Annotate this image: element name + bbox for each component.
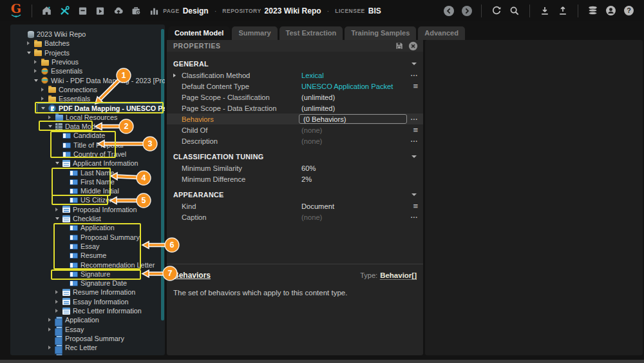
page-value[interactable]: Design <box>183 6 209 15</box>
tree-item-last-name[interactable]: Last Name <box>10 168 165 177</box>
database-icon[interactable] <box>585 3 601 19</box>
home-icon[interactable] <box>39 3 55 19</box>
jobs-clock-icon[interactable] <box>129 3 144 19</box>
tree-item-resume[interactable]: Resume <box>10 251 165 260</box>
tab-summary[interactable]: Summary <box>232 26 277 40</box>
tree-item-proposal-information[interactable]: Proposal Information <box>10 205 165 214</box>
tree-item-2023-wiki-repo[interactable]: 2023 Wiki Repo <box>10 30 165 39</box>
tree-item-data-model[interactable]: Data Model <box>10 122 165 131</box>
expander-closed-icon[interactable] <box>55 290 62 294</box>
tree-item-essay[interactable]: Essay <box>10 242 165 251</box>
tree-item-local-resources[interactable]: Local Resources <box>10 113 165 122</box>
media-box-icon[interactable] <box>93 3 108 19</box>
repository-value[interactable]: 2023 Wiki Repo <box>265 6 321 15</box>
tree-item-recommendation-letter[interactable]: Recommendation Letter <box>10 260 165 269</box>
chevron-down-icon[interactable] <box>412 155 417 158</box>
tree-item-application[interactable]: Application <box>10 315 165 324</box>
batches-icon[interactable] <box>75 3 90 19</box>
tree-item-applicant-information[interactable]: Applicant Information <box>10 159 165 168</box>
property-row-classification-method[interactable]: Classification MethodLexical... <box>167 70 423 81</box>
expander-closed-icon[interactable] <box>41 88 48 92</box>
expander-closed-icon[interactable] <box>55 208 62 211</box>
tree-item-us-citizen[interactable]: US Citizen <box>10 195 165 204</box>
tree-item-rec-letter[interactable]: Rec Letter <box>10 343 165 352</box>
menu-button[interactable]: ≡ <box>413 81 418 91</box>
close-icon[interactable] <box>408 41 418 51</box>
property-row-minimum-similarity[interactable]: Minimum Similarity60% <box>167 162 423 173</box>
section-header-general[interactable]: GENERAL <box>167 57 423 70</box>
expander-closed-icon[interactable] <box>34 69 41 73</box>
forward-icon[interactable] <box>459 3 475 19</box>
property-row-minimum-difference[interactable]: Minimum Difference2% <box>167 173 423 184</box>
tree-item-projects[interactable]: Projects <box>10 48 165 57</box>
section-header-appearance[interactable]: APPEARANCE <box>167 188 423 201</box>
tab-content-model[interactable]: Content Model <box>168 26 230 40</box>
expander-closed-icon[interactable] <box>48 115 55 119</box>
user-icon[interactable] <box>603 3 618 19</box>
help-icon[interactable]: ? <box>621 3 636 19</box>
ellipsis-button[interactable]: ... <box>411 70 418 77</box>
expander-open-icon[interactable] <box>48 125 55 128</box>
property-row-caption[interactable]: Caption(none)... <box>167 211 423 222</box>
tree-item-signature-date[interactable]: Signature Date <box>10 279 165 288</box>
tree-item-essentials[interactable]: Essentials <box>10 66 165 75</box>
tools-icon[interactable] <box>57 3 73 19</box>
tab-advanced[interactable]: Advanced <box>418 26 465 40</box>
chevron-down-icon[interactable] <box>412 193 417 196</box>
download-icon[interactable] <box>537 3 553 19</box>
expander-open-icon[interactable] <box>27 52 34 54</box>
tree-item-checklist[interactable]: Checklist <box>10 214 165 223</box>
expander-closed-icon[interactable] <box>27 41 34 45</box>
expander-open-icon[interactable] <box>55 162 62 164</box>
upload-icon[interactable] <box>555 3 571 19</box>
property-row-description[interactable]: Description(none)... <box>167 135 423 146</box>
tree-item-connections[interactable]: Connections <box>10 85 165 94</box>
tree-item-signature[interactable]: Signature <box>10 270 165 279</box>
expand-icon[interactable] <box>173 74 182 77</box>
property-row-child-of[interactable]: Child Of(none)≡ <box>167 124 423 135</box>
tree-item-pdf-data-mapping-unesco-packet[interactable]: PDF Data Mapping - UNESCO Packet <box>10 103 165 112</box>
tree-item-application[interactable]: Application <box>10 223 165 232</box>
expander-open-icon[interactable] <box>55 217 62 220</box>
help-type-link[interactable]: Behavior[] <box>380 271 417 280</box>
tree-item-previous[interactable]: Previous <box>10 57 165 66</box>
search-icon[interactable] <box>507 3 522 19</box>
tree-item-proposal-summary[interactable]: Proposal Summary <box>10 334 165 343</box>
property-row-page-scope-classification[interactable]: Page Scope - Classification(unlimited) <box>167 92 423 103</box>
property-row-default-content-type[interactable]: Default Content TypeUNESCO Application P… <box>167 81 423 92</box>
expander-open-icon[interactable] <box>34 79 41 82</box>
licensee-value[interactable]: BIS <box>368 6 381 15</box>
expander-closed-icon[interactable] <box>55 300 62 304</box>
tree-item-wiki-pdf-data-mapping-2023-project[interactable]: Wiki - PDF Data Mapping - 2023 [Project] <box>10 75 165 84</box>
tree-item-essentials[interactable]: Essentials <box>10 94 165 103</box>
expander-closed-icon[interactable] <box>41 97 48 101</box>
tree-item-essay[interactable]: Essay <box>10 325 165 334</box>
property-row-page-scope-data-extraction[interactable]: Page Scope - Data Extraction(unlimited) <box>167 103 423 113</box>
tree-item-item[interactable] <box>10 352 165 355</box>
refresh-icon[interactable] <box>489 3 504 19</box>
property-row-kind[interactable]: KindDocument≡ <box>167 201 423 211</box>
tree-item-country-of-travel[interactable]: Country of Travel <box>10 150 165 159</box>
expander-closed-icon[interactable] <box>34 60 41 64</box>
chevron-down-icon[interactable] <box>412 63 417 65</box>
tree-item-essay-information[interactable]: Essay Information <box>10 297 165 306</box>
tree-scrollbar[interactable] <box>161 29 164 320</box>
tree-item-title-of-proposal[interactable]: Title of Proposal <box>10 141 165 150</box>
ellipsis-button[interactable]: ... <box>411 136 418 143</box>
tree-item-resume-information[interactable]: Resume Information <box>10 288 165 297</box>
menu-button[interactable]: ≡ <box>413 125 418 135</box>
expander-closed-icon[interactable] <box>55 309 62 313</box>
back-icon[interactable] <box>441 3 457 19</box>
tree-item-candidate[interactable]: Candidate <box>10 131 165 140</box>
bar-chart-icon[interactable] <box>146 3 162 19</box>
expander-open-icon[interactable] <box>41 107 48 110</box>
tree-item-first-name[interactable]: First Name <box>10 177 165 186</box>
tree-item-batches[interactable]: Batches <box>10 39 165 48</box>
tab-test-extraction[interactable]: Test Extraction <box>279 26 343 40</box>
save-icon[interactable] <box>394 41 404 51</box>
menu-button[interactable]: ≡ <box>413 201 418 211</box>
property-value-editor[interactable]: (0 Behaviors) <box>299 114 407 124</box>
tree-item-middle-initial[interactable]: Middle Initial <box>10 186 165 195</box>
cloud-upload-icon[interactable] <box>111 3 126 19</box>
app-logo[interactable]: G <box>6 3 26 18</box>
